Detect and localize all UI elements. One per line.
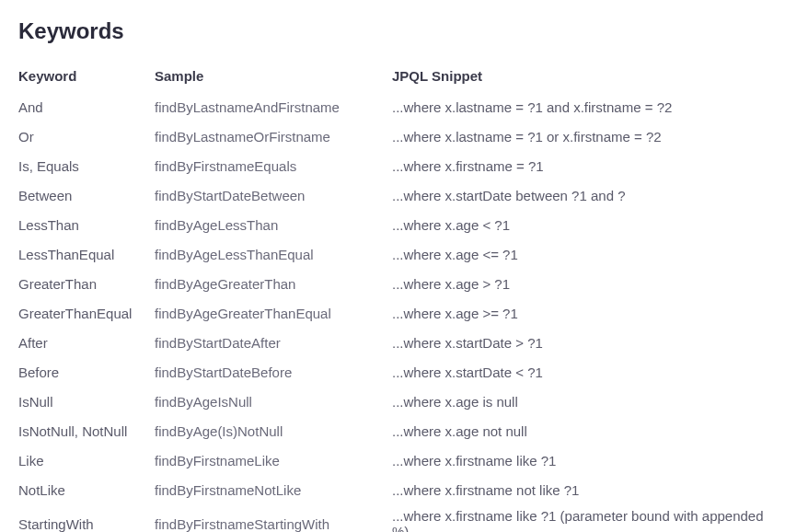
cell-sample: findByFirstnameEquals: [155, 158, 392, 174]
cell-keyword: LessThanEqual: [18, 247, 155, 262]
table-row: StartingWith findByFirstnameStartingWith…: [18, 504, 767, 532]
cell-jpql: ...where x.age is null: [392, 394, 767, 410]
cell-sample: findByAgeLessThan: [155, 217, 392, 233]
table-row: IsNotNull, NotNull findByAge(Is)NotNull …: [18, 416, 767, 445]
cell-keyword: NotLike: [18, 482, 155, 498]
cell-sample: findByLastnameAndFirstname: [155, 99, 392, 115]
cell-jpql: ...where x.firstname = ?1: [392, 158, 767, 174]
cell-sample: findByStartDateAfter: [155, 335, 392, 351]
table-row: Is, Equals findByFirstnameEquals ...wher…: [18, 151, 767, 180]
page-title: Keywords: [18, 18, 767, 44]
table-row: GreaterThan findByAgeGreaterThan ...wher…: [18, 269, 767, 298]
cell-sample: findByAgeIsNull: [155, 394, 392, 410]
cell-keyword: IsNotNull, NotNull: [18, 423, 155, 439]
cell-jpql: ...where x.age >= ?1: [392, 306, 767, 321]
cell-keyword: GreaterThan: [18, 276, 155, 292]
cell-jpql: ...where x.age > ?1: [392, 276, 767, 292]
cell-keyword: Before: [18, 364, 155, 380]
cell-sample: findByFirstnameLike: [155, 453, 392, 468]
cell-jpql: ...where x.firstname like ?1 (parameter …: [392, 508, 767, 532]
cell-keyword: After: [18, 335, 155, 351]
cell-keyword: IsNull: [18, 394, 155, 410]
header-keyword: Keyword: [18, 68, 155, 84]
cell-keyword: StartingWith: [18, 516, 155, 532]
cell-sample: findByAgeGreaterThanEqual: [155, 306, 392, 321]
table-row: IsNull findByAgeIsNull ...where x.age is…: [18, 387, 767, 416]
header-jpql: JPQL Snippet: [392, 68, 767, 84]
cell-keyword: GreaterThanEqual: [18, 306, 155, 321]
cell-jpql: ...where x.startDate < ?1: [392, 364, 767, 380]
cell-jpql: ...where x.firstname like ?1: [392, 453, 767, 468]
table-row: GreaterThanEqual findByAgeGreaterThanEqu…: [18, 298, 767, 328]
cell-keyword: And: [18, 99, 155, 115]
table-row: NotLike findByFirstnameNotLike ...where …: [18, 475, 767, 504]
table-row: Like findByFirstnameLike ...where x.firs…: [18, 445, 767, 475]
cell-jpql: ...where x.age <= ?1: [392, 247, 767, 262]
cell-jpql: ...where x.startDate between ?1 and ?: [392, 188, 767, 203]
cell-sample: findByLastnameOrFirstname: [155, 129, 392, 145]
table-row: LessThanEqual findByAgeLessThanEqual ...…: [18, 239, 767, 269]
cell-sample: findByAge(Is)NotNull: [155, 423, 392, 439]
cell-jpql: ...where x.startDate > ?1: [392, 335, 767, 351]
table-row: LessThan findByAgeLessThan ...where x.ag…: [18, 210, 767, 239]
cell-sample: findByAgeLessThanEqual: [155, 247, 392, 262]
keywords-table: Keyword Sample JPQL Snippet And findByLa…: [18, 61, 767, 532]
cell-jpql: ...where x.firstname not like ?1: [392, 482, 767, 498]
cell-keyword: Or: [18, 129, 155, 145]
table-row: Or findByLastnameOrFirstname ...where x.…: [18, 121, 767, 151]
cell-jpql: ...where x.age not null: [392, 423, 767, 439]
cell-sample: findByStartDateBefore: [155, 364, 392, 380]
header-sample: Sample: [155, 68, 392, 84]
cell-jpql: ...where x.lastname = ?1 and x.firstname…: [392, 99, 767, 115]
table-row: After findByStartDateAfter ...where x.st…: [18, 328, 767, 357]
table-row: Between findByStartDateBetween ...where …: [18, 180, 767, 210]
table-row: And findByLastnameAndFirstname ...where …: [18, 92, 767, 121]
cell-jpql: ...where x.age < ?1: [392, 217, 767, 233]
cell-keyword: LessThan: [18, 217, 155, 233]
cell-sample: findByFirstnameNotLike: [155, 482, 392, 498]
table-header-row: Keyword Sample JPQL Snippet: [18, 61, 767, 90]
cell-keyword: Like: [18, 453, 155, 468]
cell-sample: findByStartDateBetween: [155, 188, 392, 203]
cell-keyword: Is, Equals: [18, 158, 155, 174]
cell-jpql: ...where x.lastname = ?1 or x.firstname …: [392, 129, 767, 145]
table-row: Before findByStartDateBefore ...where x.…: [18, 357, 767, 387]
cell-sample: findByFirstnameStartingWith: [155, 516, 392, 532]
cell-sample: findByAgeGreaterThan: [155, 276, 392, 292]
cell-keyword: Between: [18, 188, 155, 203]
